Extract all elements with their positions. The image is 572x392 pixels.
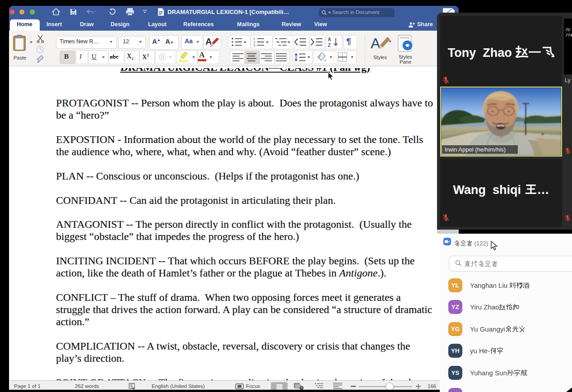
svg-text:A: A	[371, 35, 381, 51]
svg-text:3: 3	[253, 43, 255, 47]
svg-text:A: A	[328, 37, 331, 42]
svg-text:Irwin Appel (he/him/his): Irwin Appel (he/him/his)	[445, 146, 506, 153]
svg-text:Z: Z	[328, 43, 330, 48]
